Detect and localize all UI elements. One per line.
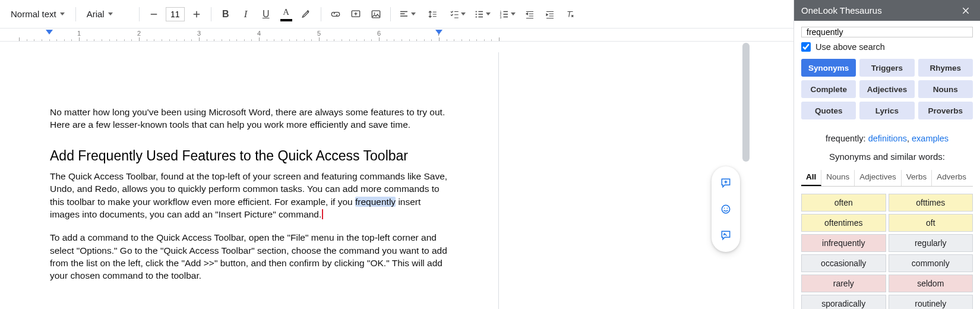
thesaurus-sidebar: OneLook Thesaurus Use above search Synon… — [794, 0, 980, 309]
chevron-down-icon — [60, 12, 65, 15]
lookup-word: frequently — [826, 134, 864, 143]
category-triggers[interactable]: Triggers — [859, 59, 914, 77]
increase-indent-button[interactable] — [540, 5, 559, 24]
bulleted-list-button[interactable] — [470, 5, 494, 24]
separator — [211, 7, 211, 21]
font-family-label: Arial — [87, 9, 105, 19]
category-adjectives[interactable]: Adjectives — [859, 80, 914, 98]
insert-image-button[interactable] — [366, 5, 385, 24]
line-spacing-button[interactable] — [421, 5, 444, 24]
pos-tab-adjectives[interactable]: Adjectives — [855, 170, 902, 186]
font-family-select[interactable]: Arial — [81, 5, 134, 24]
selected-word[interactable]: frequently — [355, 197, 396, 207]
font-size-stepper — [144, 5, 206, 24]
add-comment-button[interactable] — [715, 172, 736, 194]
paragraph[interactable]: To add a command to the Quick Access Too… — [50, 231, 449, 282]
result-word[interactable]: seldom — [889, 275, 973, 292]
result-word[interactable]: ofttimes — [889, 194, 973, 212]
svg-point-10 — [724, 208, 725, 209]
ruler-label: 3 — [197, 30, 201, 37]
result-word[interactable]: oft — [889, 214, 973, 232]
result-word[interactable]: sporadically — [801, 295, 886, 309]
category-proverbs[interactable]: Proverbs — [918, 102, 973, 119]
add-comment-button[interactable] — [346, 5, 365, 24]
category-complete[interactable]: Complete — [801, 80, 856, 98]
results-grid: oftenofttimesoftentimesoftinfrequentlyre… — [801, 194, 973, 309]
insert-emoji-button[interactable] — [715, 198, 736, 220]
result-word[interactable]: regularly — [889, 234, 973, 252]
document-canvas: No matter how long you've been using Mic… — [0, 42, 742, 309]
thesaurus-search-input[interactable] — [801, 27, 973, 37]
checkbox-input[interactable] — [801, 42, 811, 52]
lookup-sep: : — [864, 134, 868, 143]
decrease-font-size-button[interactable] — [144, 5, 163, 24]
category-rhymes[interactable]: Rhymes — [918, 59, 973, 77]
checkbox-label: Use above search — [815, 42, 885, 52]
result-word[interactable]: commonly — [889, 254, 973, 272]
examples-link[interactable]: examples — [912, 134, 949, 143]
underline-button[interactable]: U — [257, 5, 276, 24]
paragraph[interactable]: No matter how long you've been using Mic… — [50, 106, 449, 131]
separator — [139, 7, 140, 21]
suggest-edits-button[interactable] — [715, 225, 736, 246]
font-size-input[interactable] — [166, 7, 185, 21]
svg-point-5 — [475, 16, 476, 17]
clear-formatting-button[interactable] — [561, 5, 580, 24]
paragraph[interactable]: The Quick Access Toolbar, found at the t… — [50, 170, 449, 221]
ruler-label: 4 — [257, 30, 261, 37]
chevron-down-icon — [486, 12, 491, 15]
chevron-down-icon — [108, 12, 113, 15]
definitions-link[interactable]: definitions — [868, 134, 907, 143]
svg-point-11 — [727, 208, 728, 209]
italic-button[interactable]: I — [236, 5, 255, 24]
ruler-label: 6 — [377, 30, 381, 37]
decrease-indent-button[interactable] — [520, 5, 539, 24]
category-grid: SynonymsTriggersRhymesCompleteAdjectives… — [801, 59, 973, 119]
use-above-search-checkbox[interactable]: Use above search — [801, 42, 973, 52]
pos-tab-nouns[interactable]: Nouns — [821, 170, 855, 186]
text-color-button[interactable]: A — [277, 5, 296, 24]
svg-point-3 — [475, 11, 476, 12]
pos-tab-adverbs[interactable]: Adverbs — [932, 170, 971, 186]
svg-text:3: 3 — [500, 15, 501, 18]
ruler-label: 2 — [137, 30, 141, 37]
ruler-label: 5 — [317, 30, 321, 37]
ruler-label: 1 — [77, 30, 81, 37]
left-indent-marker[interactable] — [46, 30, 53, 34]
right-indent-marker[interactable] — [435, 30, 442, 34]
insert-link-button[interactable] — [326, 5, 345, 24]
vertical-scrollbar[interactable] — [742, 43, 750, 162]
chevron-down-icon — [511, 12, 516, 15]
align-button[interactable] — [396, 5, 419, 24]
category-nouns[interactable]: Nouns — [918, 80, 973, 98]
svg-point-4 — [475, 13, 476, 14]
pos-tab-verbs[interactable]: Verbs — [902, 170, 932, 186]
result-word[interactable]: oftentimes — [801, 214, 886, 232]
comment-rail — [712, 166, 740, 252]
category-quotes[interactable]: Quotes — [801, 102, 856, 119]
category-lyrics[interactable]: Lyrics — [859, 102, 914, 119]
separator — [390, 7, 391, 21]
close-sidebar-button[interactable] — [959, 4, 973, 18]
result-word[interactable]: often — [801, 194, 886, 212]
results-section-title: Synonyms and similar words: — [801, 152, 973, 162]
result-word[interactable]: routinely — [889, 295, 973, 309]
sidebar-title: OneLook Thesaurus — [801, 5, 882, 15]
increase-font-size-button[interactable] — [187, 5, 206, 24]
result-word[interactable]: infrequently — [801, 234, 886, 252]
bold-button[interactable]: B — [216, 5, 235, 24]
checklist-button[interactable] — [445, 5, 469, 24]
numbered-list-button[interactable]: 123 — [495, 5, 519, 24]
document-page[interactable]: No matter how long you've been using Mic… — [0, 52, 499, 309]
result-word[interactable]: occasionally — [801, 254, 886, 272]
svg-point-2 — [374, 12, 375, 14]
category-synonyms[interactable]: Synonyms — [801, 59, 856, 77]
pos-tab-all[interactable]: All — [801, 170, 821, 186]
heading[interactable]: Add Frequently Used Features to the Quic… — [50, 148, 449, 164]
paragraph-style-select[interactable]: Normal text — [5, 5, 71, 24]
highlight-color-button[interactable] — [297, 5, 316, 24]
svg-point-9 — [722, 205, 729, 213]
chevron-down-icon — [461, 12, 466, 15]
paragraph-style-label: Normal text — [11, 9, 56, 19]
result-word[interactable]: rarely — [801, 275, 886, 292]
